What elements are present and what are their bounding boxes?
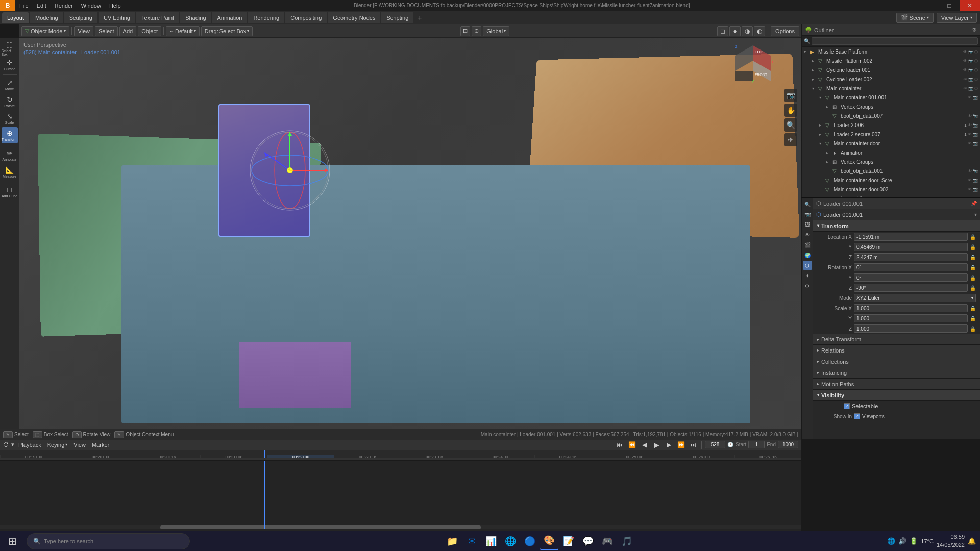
taskbar-excel[interactable]: 📊 (482, 532, 500, 550)
view-layer-selector[interactable]: View Layer ▾ (937, 13, 977, 23)
props-scene-icon[interactable]: 🎬 (803, 240, 812, 249)
move-btn[interactable]: ⤢ Move (2, 77, 18, 93)
fly-btn[interactable]: ✈ (784, 133, 797, 146)
props-view-icon[interactable]: 👁 (803, 230, 812, 239)
snap-btn[interactable]: ⊞ (460, 26, 470, 36)
rotation-z-lock[interactable]: 🔒 (970, 285, 976, 291)
props-pin-btn[interactable]: 📌 (971, 201, 977, 206)
tree-item-container-door[interactable]: ▾ ▽ Main containter door 👁 📷 (802, 139, 980, 148)
next-frame-btn[interactable]: ▶ (664, 440, 674, 450)
global-selector[interactable]: Global ▾ (483, 26, 509, 36)
taskbar-edge[interactable]: 🌐 (501, 532, 520, 550)
tab-shading[interactable]: Shading (180, 12, 211, 23)
visibility-header[interactable]: ▾ Visibility (813, 390, 980, 401)
rotation-y-field[interactable]: 0° (854, 273, 968, 282)
view-menu[interactable]: View (74, 26, 93, 36)
viewports-checkbox[interactable]: ✓ (854, 413, 860, 419)
props-object-icon[interactable]: ⬡ (803, 261, 812, 270)
tab-rendering[interactable]: Rendering (248, 12, 284, 23)
location-y-lock[interactable]: 🔒 (970, 244, 976, 250)
rotate-btn[interactable]: ↻ Rotate (2, 93, 18, 110)
taskbar-blender[interactable]: 🎨 (540, 532, 558, 550)
selectable-checkbox[interactable]: ✓ (844, 403, 850, 409)
taskbar-mail[interactable]: ✉ (462, 532, 481, 550)
prev-keyframe-btn[interactable]: ⏪ (627, 440, 637, 450)
annotate-btn[interactable]: ✏ Annotate (2, 147, 18, 163)
scale-z-field[interactable]: 1.000 (854, 324, 968, 333)
outliner-search-input[interactable] (812, 37, 978, 45)
tab-uv-editing[interactable]: UV Editing (99, 12, 135, 23)
win-maximize[interactable]: □ (939, 0, 960, 11)
motion-paths-header[interactable]: ▸ Motion Paths (813, 379, 980, 390)
taskbar-steam[interactable]: 🎮 (598, 532, 617, 550)
tab-layout[interactable]: Layout (2, 12, 29, 23)
instancing-header[interactable]: ▸ Instancing (813, 367, 980, 379)
tree-item-missile-base[interactable]: ▾ ▶ Missile Base Platform 👁 📷 ⬡ (802, 47, 980, 56)
zoom-btn[interactable]: 🔍 (784, 118, 797, 132)
solid-btn[interactable]: ● (729, 26, 741, 36)
tree-item-vertex-groups[interactable]: ▸ ⊞ Vertex Groups (802, 102, 980, 111)
tree-item-loader-secure[interactable]: ▸ ▽ Loader 2 secure.007 1 👁 📷 (802, 130, 980, 139)
next-keyframe-btn[interactable]: ⏩ (676, 440, 686, 450)
collections-header[interactable]: ▸ Collections (813, 356, 980, 367)
transform-header[interactable]: ▾ Transform (813, 220, 980, 232)
tab-sculpting[interactable]: Sculpting (64, 12, 97, 23)
material-btn[interactable]: ◑ (742, 26, 753, 36)
render-btn[interactable]: ◐ (754, 26, 765, 36)
tab-modeling[interactable]: Modeling (30, 12, 63, 23)
notification-btn[interactable]: 🔔 (968, 537, 976, 545)
clock-display[interactable]: 06:59 14/05/2022 (937, 533, 965, 549)
tree-item-turret-2[interactable]: ▽ main turret 2 📷 (802, 194, 980, 197)
rotation-y-lock[interactable]: 🔒 (970, 275, 976, 281)
prev-frame-btn[interactable]: ◀ (639, 440, 649, 450)
tree-item-cyclone-001[interactable]: ▸ ▽ Cyclone loader 001 👁 📷 ⬡ (802, 65, 980, 74)
select-menu[interactable]: Select (95, 26, 118, 36)
taskbar-chrome[interactable]: 🔵 (521, 532, 539, 550)
select-box-btn[interactable]: ⬚ Select Box (2, 40, 18, 56)
timeline-track-area[interactable] (0, 461, 801, 529)
taskbar-discord[interactable]: 💬 (579, 532, 597, 550)
volume-icon[interactable]: 🔊 (898, 537, 906, 545)
cursor-btn[interactable]: ✛ Cursor (2, 57, 18, 73)
add-cube-btn[interactable]: □ Add Cube (2, 184, 18, 200)
win-close[interactable]: ✕ (960, 0, 980, 11)
tree-item-animation[interactable]: ▸ ⏵ Animation (802, 148, 980, 157)
keying-menu[interactable]: Keying ▾ (45, 442, 70, 448)
win-minimize[interactable]: ─ (919, 0, 939, 11)
drag-selector[interactable]: Drag: Select Box ▾ (201, 26, 253, 36)
outliner-filter-btn[interactable]: ⚗ (971, 27, 977, 34)
orientation-selector[interactable]: ↔ Default ▾ (166, 26, 200, 36)
rotation-x-lock[interactable]: 🔒 (970, 265, 976, 270)
menu-edit[interactable]: Edit (33, 0, 51, 11)
network-icon[interactable]: 🌐 (887, 537, 895, 545)
current-frame-display[interactable]: 528 (705, 441, 725, 448)
start-button[interactable]: ⊞ (0, 531, 24, 552)
menu-file[interactable]: File (15, 0, 33, 11)
tree-item-cyclone-002[interactable]: ▸ ▽ Cyclone Loader 002 👁 📷 ⬡ (802, 74, 980, 84)
wireframe-btn[interactable]: ◻ (717, 26, 728, 36)
location-z-lock[interactable]: 🔒 (970, 255, 976, 260)
menu-render[interactable]: Render (51, 0, 77, 11)
tab-animation[interactable]: Animation (212, 12, 248, 23)
props-world-icon[interactable]: 🌍 (803, 251, 812, 260)
delta-transform-header[interactable]: ▸ Delta Transform (813, 334, 980, 345)
menu-help[interactable]: Help (105, 0, 125, 11)
tab-compositing[interactable]: Compositing (285, 12, 327, 23)
scale-btn[interactable]: ⤡ Scale (2, 110, 18, 127)
props-search-icon[interactable]: 🔍 (803, 199, 812, 209)
end-frame-input[interactable]: 1000 (778, 441, 798, 448)
scale-y-field[interactable]: 1.000 (854, 314, 968, 322)
location-x-field[interactable]: -1.1591 m (854, 233, 968, 241)
camera-view-btn[interactable]: 📷 (784, 89, 797, 102)
location-z-field[interactable]: 2.4247 m (854, 253, 968, 261)
menu-window[interactable]: Window (77, 0, 105, 11)
tree-item-main-container-001[interactable]: ▾ ▽ Main container 001.001 👁 📷 (802, 93, 980, 102)
props-render-icon[interactable]: 📷 (803, 210, 812, 219)
pan-btn[interactable]: ✋ (784, 104, 797, 117)
tab-geometry-nodes[interactable]: Geometry Nodes (328, 12, 380, 23)
proportional-edit-btn[interactable]: ⊙ (472, 26, 481, 36)
start-frame-input[interactable]: 1 (748, 441, 765, 448)
tab-scripting[interactable]: Scripting (381, 12, 413, 23)
timeline-area-btn[interactable]: ▾ (11, 441, 14, 448)
options-btn[interactable]: Options (771, 26, 799, 36)
